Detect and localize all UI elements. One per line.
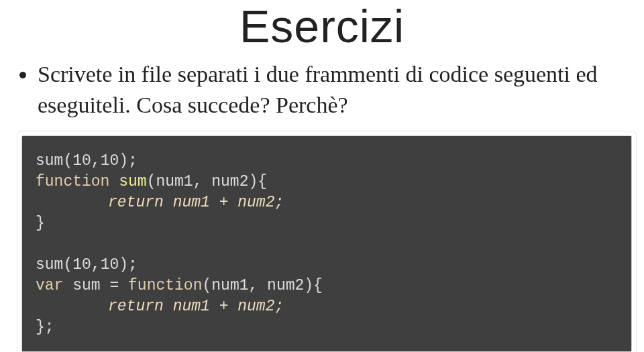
code-line: sum(10,10); [36, 255, 618, 276]
code-token: sum = [63, 277, 128, 294]
code-line: return num1 + num2; [36, 192, 618, 213]
code-token: 10 [72, 256, 91, 274]
code-line: sum(10,10); [36, 151, 618, 172]
code-blank-line [36, 234, 618, 255]
code-token: (num1, num2){ [147, 173, 267, 190]
code-line: } [36, 213, 618, 234]
code-line: return num1 + num2; [36, 296, 618, 317]
code-token: } [36, 215, 45, 232]
code-line: var sum = function(num1, num2){ [36, 276, 618, 296]
code-token: return [108, 298, 164, 315]
code-token: function [128, 277, 202, 294]
code-token: 10 [101, 152, 119, 170]
code-token: sum [36, 152, 63, 170]
code-token: sum [36, 256, 63, 274]
code-block: sum(10,10); function sum(num1, num2){ re… [21, 135, 632, 352]
code-token: ); [119, 152, 138, 170]
code-token: 10 [101, 256, 119, 274]
code-token: return [108, 194, 164, 211]
code-token: num1 + num2; [164, 298, 284, 315]
code-token: num1 + num2; [164, 194, 284, 211]
code-token: }; [36, 318, 54, 336]
code-token: function [36, 173, 109, 190]
slide: Esercizi Scrivete in file separati i due… [0, 0, 644, 352]
code-token: 10 [72, 152, 91, 170]
exercise-list: Scrivete in file separati i due framment… [38, 59, 644, 121]
code-line: function sum(num1, num2){ [36, 172, 618, 192]
code-line: }; [36, 317, 618, 338]
code-token: var [36, 277, 63, 294]
page-title: Esercizi [0, 0, 644, 52]
code-token: ( [63, 152, 72, 170]
code-token: ); [119, 256, 138, 274]
code-token: , [91, 256, 101, 274]
code-token: , [91, 152, 101, 170]
code-token: (num1, num2){ [202, 277, 322, 294]
exercise-bullet: Scrivete in file separati i due framment… [38, 59, 644, 121]
code-token: sum [109, 173, 146, 190]
code-token: ( [63, 256, 72, 274]
